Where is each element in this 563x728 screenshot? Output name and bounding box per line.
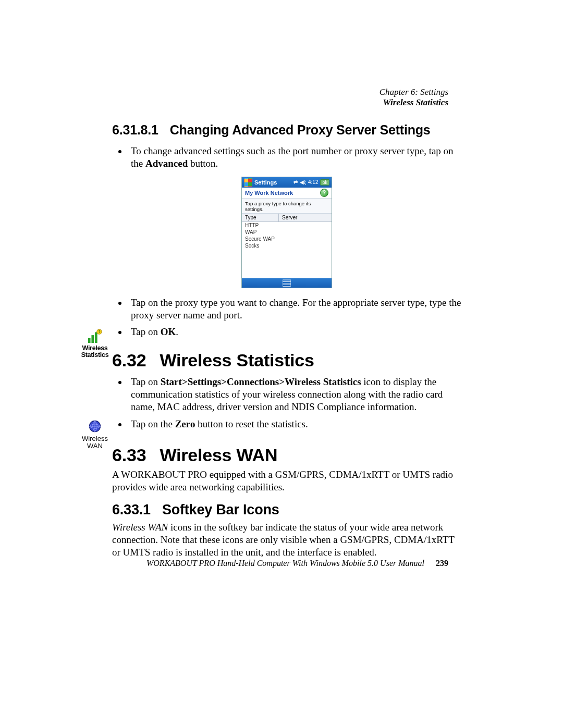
heading-title: Wireless Statistics <box>160 350 314 370</box>
wireless-wan-icon <box>87 418 103 434</box>
bold-text: Advanced <box>145 158 188 169</box>
wm-column-headers: Type Server <box>242 214 332 222</box>
list-item: Tap on OK. <box>128 326 461 338</box>
heading-title: Wireless WAN <box>160 445 277 465</box>
list-item: Tap on the Zero button to reset the stat… <box>128 418 461 430</box>
heading-6-31-8-1: 6.31.8.1Changing Advanced Proxy Server S… <box>112 122 461 138</box>
start-flag-icon <box>244 178 252 187</box>
wm-subtitle-bar: My Work Network ? <box>242 188 332 199</box>
heading-6-33: 6.33Wireless WAN <box>112 445 461 465</box>
proxy-row[interactable]: WAP <box>242 229 332 236</box>
margin-icon-label-line1: Wireless <box>79 435 111 442</box>
text: Tap on the proxy type you want to change… <box>131 297 461 320</box>
wm-titlebar: Settings ⇄ ◀ξ 4:12 ok <box>242 177 332 188</box>
section-label: Wireless Statistics <box>380 97 448 108</box>
page-number: 239 <box>436 559 448 567</box>
wm-instruction: Tap a proxy type to change its settings. <box>242 199 332 214</box>
text: button to reset the statistics. <box>195 418 308 429</box>
page-footer: WORKABOUT PRO Hand-Held Computer With Wi… <box>0 559 448 568</box>
running-header: Chapter 6: Settings Wireless Statistics <box>380 87 448 108</box>
heading-6-33-1: 6.33.1Softkey Bar Icons <box>112 502 461 518</box>
bullet-list: To change advanced settings such as the … <box>116 145 461 170</box>
help-icon[interactable]: ? <box>320 189 328 197</box>
list-item: To change advanced settings such as the … <box>128 145 461 170</box>
col-header-type[interactable]: Type <box>242 214 279 221</box>
bold-text: OK <box>161 326 176 337</box>
bold-text: Zero <box>175 418 195 429</box>
clock: 4:12 <box>308 179 318 185</box>
wm-title-text: Settings <box>254 179 277 186</box>
margin-icon-label-line2: WAN <box>79 442 111 450</box>
bullet-list: Tap on the proxy type you want to change… <box>116 297 461 339</box>
proxy-row[interactable]: Secure WAP <box>242 236 332 242</box>
text: . <box>176 326 178 337</box>
heading-number: 6.33 <box>112 445 146 465</box>
volume-icon: ◀ξ <box>300 179 306 185</box>
heading-title: Softkey Bar Icons <box>162 502 279 517</box>
chapter-label: Chapter 6: Settings <box>380 87 448 97</box>
manual-page: Chapter 6: Settings Wireless Statistics … <box>0 0 563 728</box>
text: Tap on <box>131 326 161 337</box>
list-item: Tap on the proxy type you want to change… <box>128 297 461 322</box>
text: Tap on the <box>131 418 175 429</box>
margin-icon-label: Wireless Statistics <box>79 345 111 359</box>
margin-icon-wireless-wan: Wireless WAN <box>79 418 111 449</box>
paragraph: Wireless WAN icons in the softkey bar in… <box>112 521 461 559</box>
col-header-server[interactable]: Server <box>279 214 332 221</box>
bold-text: Start>Settings>Connections>Wireless Stat… <box>161 376 361 387</box>
text: Tap on <box>131 376 161 387</box>
svg-text:?: ? <box>98 329 101 334</box>
heading-title: Changing Advanced Proxy Server Settings <box>170 122 431 137</box>
paragraph: A WORKABOUT PRO equipped with a GSM/GPRS… <box>112 468 461 493</box>
wm-softkey-bar <box>242 278 332 288</box>
footer-text: WORKABOUT PRO Hand-Held Computer With Wi… <box>146 559 424 567</box>
proxy-row[interactable]: Socks <box>242 242 332 249</box>
connectivity-icon: ⇄ <box>293 179 298 185</box>
italic-text: Wireless WAN <box>112 522 168 533</box>
wm-status: ⇄ ◀ξ 4:12 ok <box>293 179 329 186</box>
svg-rect-2 <box>95 332 97 343</box>
ok-button[interactable]: ok <box>320 179 329 186</box>
heading-number: 6.31.8.1 <box>112 122 158 138</box>
wm-subtitle: My Work Network <box>245 190 293 196</box>
text: button. <box>188 158 218 169</box>
embedded-screenshot: Settings ⇄ ◀ξ 4:12 ok My Work Network ? … <box>241 177 332 288</box>
list-item: Tap on Start>Settings>Connections>Wirele… <box>128 376 461 414</box>
wireless-statistics-icon: ? <box>87 328 103 344</box>
margin-icon-wireless-statistics: ? Wireless Statistics <box>79 328 111 359</box>
bullet-list: Tap on Start>Settings>Connections>Wirele… <box>116 376 461 430</box>
heading-6-32: 6.32Wireless Statistics <box>112 350 461 371</box>
heading-number: 6.33.1 <box>112 502 151 518</box>
heading-number: 6.32 <box>112 350 146 371</box>
content-column: 6.31.8.1Changing Advanced Proxy Server S… <box>112 122 461 559</box>
keyboard-icon[interactable] <box>283 279 291 287</box>
wm-proxy-list: HTTP WAP Secure WAP Socks <box>242 222 332 278</box>
svg-rect-1 <box>91 335 94 343</box>
svg-rect-0 <box>88 338 91 343</box>
proxy-row[interactable]: HTTP <box>242 222 332 229</box>
